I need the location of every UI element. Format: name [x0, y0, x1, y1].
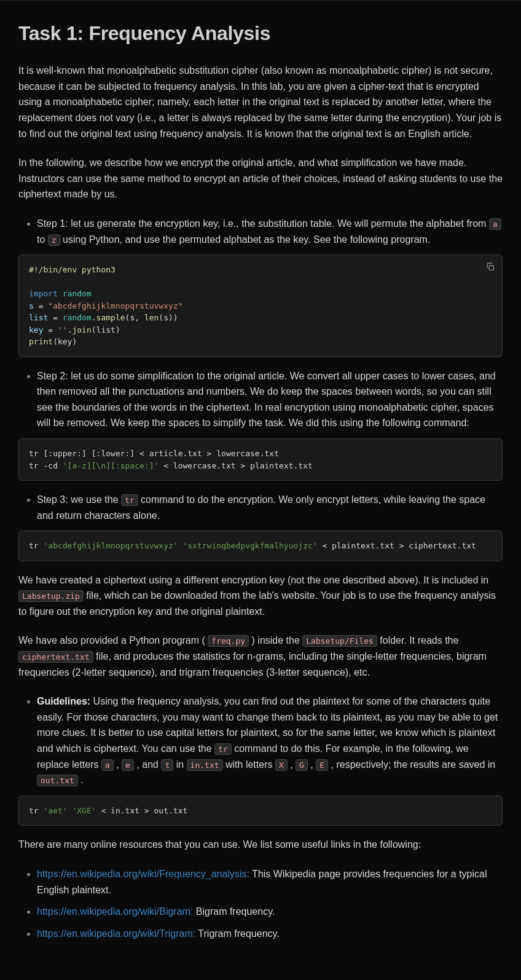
list-item: https://en.wikipedia.org/wiki/Frequency_…: [37, 866, 503, 898]
step-1-text-a: Step 1: let us generate the encryption k…: [37, 218, 489, 229]
step-1-text-mid: to: [37, 234, 48, 245]
inline-code-labfiles: Labsetup/Files: [302, 635, 377, 647]
g-c2: , and: [134, 759, 161, 770]
p4-a: We have also provided a Python program (: [18, 635, 208, 646]
step-1: Step 1: let us generate the encryption k…: [37, 216, 503, 247]
code-op: =: [39, 301, 49, 310]
link-trigram[interactable]: https://en.wikipedia.org/wiki/Trigram:: [37, 928, 195, 939]
inline-code-ca: a: [101, 759, 114, 771]
g-c3: ,: [288, 759, 296, 770]
code-var-s: s: [29, 301, 39, 310]
links-list: https://en.wikipedia.org/wiki/Frequency_…: [18, 866, 503, 941]
code-args: (list): [92, 325, 120, 334]
code-dot: .: [92, 313, 96, 322]
code-cmd: tr: [29, 806, 43, 815]
code-block-python: #!/bin/env python3 import random s = "ab…: [18, 255, 503, 357]
code-mod: random: [63, 313, 92, 322]
code-line-b: < lowercase.txt > plaintext.txt: [159, 461, 312, 470]
inline-code-a: a: [489, 218, 501, 230]
code-shebang: #!/bin/env python3: [29, 265, 116, 274]
intro-paragraph-2: In the following, we describe how we enc…: [18, 155, 503, 202]
code-args: (s,: [125, 313, 144, 322]
step-1-text-b: using Python, and use the permuted alpha…: [60, 234, 431, 245]
guidelines-item: Guidelines: Using the frequency analysis…: [37, 694, 503, 788]
paragraph-labsetup: We have created a ciphertext using a dif…: [18, 572, 503, 620]
code-args2: (s)): [159, 313, 178, 322]
step-3: Step 3: we use the tr command to do the …: [37, 492, 503, 523]
svg-rect-0: [489, 266, 493, 270]
code-fn-join: join: [72, 325, 91, 334]
code-rest: < in.txt > out.txt: [96, 806, 188, 815]
code-line-a: tr -cd: [29, 461, 63, 470]
inline-code-ciphertxt: ciphertext.txt: [18, 651, 93, 663]
code-args: (key): [53, 337, 77, 346]
code-block-tr-replace: tr 'aet' 'XGE' < in.txt > out.txt: [18, 796, 503, 826]
guidelines-list: Guidelines: Using the frequency analysis…: [18, 694, 503, 788]
steps-list-3: Step 3: we use the tr command to do the …: [18, 492, 503, 523]
step-3-text-a: Step 3: we use the: [37, 494, 121, 505]
code-s2: 'XGE': [72, 806, 96, 815]
p4-b: ) inside the: [249, 635, 302, 646]
code-str-alpha: "abcdefghijklmnopqrstuvwxyz": [48, 301, 182, 310]
inline-code-labsetup: Labsetup.zip: [18, 590, 84, 602]
code-fn-sample: sample: [96, 313, 125, 322]
p3-a: We have created a ciphertext using a dif…: [18, 575, 488, 585]
code-block-tr-clean: tr [:upper:] [:lower:] < article.txt > l…: [18, 438, 503, 481]
resources-paragraph: There are many online resources that you…: [18, 837, 503, 853]
inline-code-z: z: [48, 234, 60, 246]
inline-code-freqpy: freq.py: [208, 635, 249, 647]
g-c1: ,: [114, 759, 122, 770]
code-rest: < plaintext.txt > ciphertext.txt: [318, 541, 476, 550]
code-str2: 'sxtrwinqbedpvgkfmalhyuojzc': [182, 541, 317, 550]
steps-list-2: Step 2: let us do some simplification to…: [18, 368, 503, 431]
g-c4: ,: [308, 759, 316, 770]
link-freq-analysis[interactable]: https://en.wikipedia.org/wiki/Frequency_…: [37, 869, 249, 879]
inline-code-cX: X: [275, 759, 288, 771]
inline-code-tr2: tr: [214, 743, 232, 755]
list-item: https://en.wikipedia.org/wiki/Bigram: Bi…: [37, 904, 503, 920]
code-cmd: tr: [29, 541, 43, 550]
p4-c: folder. It reads the: [377, 635, 459, 646]
code-block-tr-encrypt: tr 'abcdefghijklmnopqrstuvwxyz' 'sxtrwin…: [18, 531, 503, 561]
code-kw-import: import: [29, 289, 58, 298]
g-f: .: [78, 775, 84, 785]
code-str: '[a-z][\n][:space:]': [63, 461, 159, 470]
code-var-key: key: [29, 325, 48, 334]
code-op: =: [53, 313, 63, 322]
inline-code-out: out.txt: [37, 775, 78, 786]
page-title: Task 1: Frequency Analysis: [18, 18, 503, 49]
copy-icon[interactable]: [484, 260, 497, 274]
intro-paragraph-1: It is well-known that monoalphabetic sub…: [18, 63, 503, 141]
guidelines-label: Guidelines:: [37, 696, 90, 706]
code-fn-print: print: [29, 337, 53, 346]
inline-code-cG: G: [296, 759, 308, 771]
paragraph-freqpy: We have also provided a Python program (…: [18, 633, 503, 680]
link-desc: Bigram frequency.: [193, 906, 275, 917]
link-bigram[interactable]: https://en.wikipedia.org/wiki/Bigram:: [37, 906, 193, 917]
g-e: , respectively; the results are saved in: [328, 759, 495, 770]
inline-code-in: in.txt: [187, 759, 223, 771]
step-2: Step 2: let us do some simplification to…: [37, 368, 503, 431]
steps-list-1: Step 1: let us generate the encryption k…: [18, 216, 503, 247]
code-s1: 'aet': [43, 806, 67, 815]
code-line: tr [:upper:] [:lower:] < article.txt > l…: [29, 449, 279, 458]
g-c: in: [173, 759, 186, 770]
list-item: https://en.wikipedia.org/wiki/Trigram: T…: [37, 926, 503, 942]
link-desc: Trigram frequency.: [195, 928, 280, 939]
inline-code-ct: t: [161, 759, 173, 771]
p3-b: file, which can be downloaded from the l…: [18, 590, 496, 617]
g-d: with letters: [223, 759, 275, 770]
inline-code-ce: e: [122, 759, 134, 771]
inline-code-cE: E: [316, 759, 328, 771]
code-str-empty: '': [58, 325, 68, 334]
code-mod-random: random: [58, 289, 92, 298]
code-op: =: [48, 325, 58, 334]
code-var-list: list: [29, 313, 53, 322]
inline-code-tr: tr: [121, 494, 138, 506]
code-fn-len: len: [144, 313, 159, 322]
page-container: Task 1: Frequency Analysis It is well-kn…: [0, 0, 521, 973]
code-str1: 'abcdefghijklmnopqrstuvwxyz': [43, 541, 178, 550]
